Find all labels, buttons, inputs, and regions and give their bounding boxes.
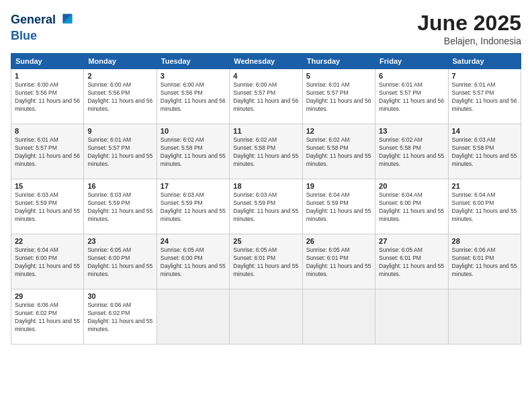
daylight-text: Daylight: 11 hours and 56 minutes. bbox=[452, 97, 517, 113]
day-number: 23 bbox=[87, 237, 152, 245]
sunrise-text: Sunrise: 6:05 AM bbox=[87, 246, 152, 255]
cell-info: Sunrise: 6:01 AM Sunset: 5:57 PM Dayligh… bbox=[87, 136, 152, 169]
day-number: 3 bbox=[161, 72, 226, 80]
logo-text: General bbox=[11, 11, 76, 30]
calendar-cell: 22 Sunrise: 6:04 AM Sunset: 6:00 PM Dayl… bbox=[11, 234, 84, 289]
logo-blue: Blue bbox=[11, 30, 76, 43]
sunset-text: Sunset: 5:58 PM bbox=[233, 144, 298, 152]
daylight-text: Daylight: 11 hours and 55 minutes. bbox=[161, 263, 226, 279]
title-block: June 2025 Belajen, Indonesia bbox=[417, 11, 521, 46]
calendar-cell bbox=[302, 289, 375, 345]
day-number: 2 bbox=[87, 72, 152, 80]
cell-info: Sunrise: 6:05 AM Sunset: 6:01 PM Dayligh… bbox=[233, 246, 298, 279]
cell-info: Sunrise: 6:02 AM Sunset: 5:58 PM Dayligh… bbox=[233, 136, 298, 169]
sunset-text: Sunset: 6:00 PM bbox=[15, 255, 80, 263]
calendar-cell: 12 Sunrise: 6:02 AM Sunset: 5:58 PM Dayl… bbox=[302, 124, 375, 179]
sunrise-text: Sunrise: 6:03 AM bbox=[161, 191, 226, 199]
day-number: 11 bbox=[233, 127, 298, 135]
day-number: 6 bbox=[379, 72, 444, 80]
daylight-text: Daylight: 11 hours and 56 minutes. bbox=[306, 97, 371, 113]
sunset-text: Sunset: 5:56 PM bbox=[87, 89, 152, 97]
calendar-cell: 3 Sunrise: 6:00 AM Sunset: 5:56 PM Dayli… bbox=[157, 69, 229, 124]
cell-info: Sunrise: 6:06 AM Sunset: 6:01 PM Dayligh… bbox=[452, 246, 517, 279]
day-number: 5 bbox=[306, 72, 371, 80]
cell-info: Sunrise: 6:00 AM Sunset: 5:56 PM Dayligh… bbox=[15, 81, 80, 113]
day-number: 9 bbox=[87, 127, 152, 135]
sunset-text: Sunset: 5:59 PM bbox=[233, 199, 298, 208]
sunset-text: Sunset: 5:59 PM bbox=[87, 199, 152, 208]
sunset-text: Sunset: 6:00 PM bbox=[87, 255, 152, 263]
sunset-text: Sunset: 5:59 PM bbox=[306, 199, 371, 208]
cell-info: Sunrise: 6:01 AM Sunset: 5:57 PM Dayligh… bbox=[306, 81, 371, 113]
sunset-text: Sunset: 6:02 PM bbox=[87, 310, 152, 318]
calendar-cell bbox=[448, 289, 521, 345]
calendar-cell: 18 Sunrise: 6:03 AM Sunset: 5:59 PM Dayl… bbox=[230, 179, 302, 234]
sunrise-text: Sunrise: 6:05 AM bbox=[233, 246, 298, 255]
calendar-cell: 15 Sunrise: 6:03 AM Sunset: 5:59 PM Dayl… bbox=[11, 179, 84, 234]
calendar-cell: 21 Sunrise: 6:04 AM Sunset: 6:00 PM Dayl… bbox=[448, 179, 521, 234]
sunrise-text: Sunrise: 6:00 AM bbox=[233, 81, 298, 89]
calendar-cell: 26 Sunrise: 6:05 AM Sunset: 6:01 PM Dayl… bbox=[302, 234, 375, 289]
calendar-cell: 1 Sunrise: 6:00 AM Sunset: 5:56 PM Dayli… bbox=[11, 69, 84, 124]
daylight-text: Daylight: 11 hours and 56 minutes. bbox=[15, 152, 80, 169]
daylight-text: Daylight: 11 hours and 55 minutes. bbox=[379, 263, 444, 279]
day-number: 26 bbox=[306, 237, 371, 245]
cell-info: Sunrise: 6:00 AM Sunset: 5:57 PM Dayligh… bbox=[233, 81, 298, 113]
sunset-text: Sunset: 6:01 PM bbox=[452, 255, 517, 263]
day-number: 4 bbox=[233, 72, 298, 80]
calendar-cell: 20 Sunrise: 6:04 AM Sunset: 6:00 PM Dayl… bbox=[375, 179, 448, 234]
sunset-text: Sunset: 5:57 PM bbox=[379, 89, 444, 97]
sunset-text: Sunset: 5:57 PM bbox=[233, 89, 298, 97]
daylight-text: Daylight: 11 hours and 55 minutes. bbox=[233, 152, 298, 169]
sunrise-text: Sunrise: 6:05 AM bbox=[379, 246, 444, 255]
cell-info: Sunrise: 6:00 AM Sunset: 5:56 PM Dayligh… bbox=[161, 81, 226, 113]
cell-info: Sunrise: 6:04 AM Sunset: 6:00 PM Dayligh… bbox=[379, 191, 444, 224]
calendar-cell bbox=[157, 289, 229, 345]
sunset-text: Sunset: 6:01 PM bbox=[233, 255, 298, 263]
day-number: 13 bbox=[379, 127, 444, 135]
sunrise-text: Sunrise: 6:00 AM bbox=[87, 81, 152, 89]
daylight-text: Daylight: 11 hours and 55 minutes. bbox=[15, 263, 80, 279]
daylight-text: Daylight: 11 hours and 55 minutes. bbox=[87, 263, 152, 279]
sunset-text: Sunset: 6:01 PM bbox=[379, 255, 444, 263]
daylight-text: Daylight: 11 hours and 56 minutes. bbox=[233, 97, 298, 113]
cell-info: Sunrise: 6:03 AM Sunset: 5:59 PM Dayligh… bbox=[87, 191, 152, 224]
month-title: June 2025 bbox=[417, 11, 521, 36]
sunrise-text: Sunrise: 6:03 AM bbox=[15, 191, 80, 199]
daylight-text: Daylight: 11 hours and 55 minutes. bbox=[15, 318, 80, 334]
sunrise-text: Sunrise: 6:05 AM bbox=[161, 246, 226, 255]
calendar-week-3: 15 Sunrise: 6:03 AM Sunset: 5:59 PM Dayl… bbox=[11, 179, 521, 234]
daylight-text: Daylight: 11 hours and 56 minutes. bbox=[379, 97, 444, 113]
cell-info: Sunrise: 6:03 AM Sunset: 5:59 PM Dayligh… bbox=[233, 191, 298, 224]
cell-info: Sunrise: 6:01 AM Sunset: 5:57 PM Dayligh… bbox=[379, 81, 444, 113]
daylight-text: Daylight: 11 hours and 55 minutes. bbox=[87, 208, 152, 224]
sunrise-text: Sunrise: 6:02 AM bbox=[161, 136, 226, 144]
header: General Blue June 2025 Belajen, Indonesi… bbox=[11, 11, 521, 46]
sunset-text: Sunset: 6:02 PM bbox=[15, 310, 80, 318]
sunrise-text: Sunrise: 6:04 AM bbox=[379, 191, 444, 199]
sunrise-text: Sunrise: 6:06 AM bbox=[15, 302, 80, 310]
daylight-text: Daylight: 11 hours and 55 minutes. bbox=[452, 152, 517, 169]
calendar-cell: 29 Sunrise: 6:06 AM Sunset: 6:02 PM Dayl… bbox=[11, 289, 84, 345]
cell-info: Sunrise: 6:03 AM Sunset: 5:59 PM Dayligh… bbox=[161, 191, 226, 224]
cell-info: Sunrise: 6:05 AM Sunset: 6:00 PM Dayligh… bbox=[161, 246, 226, 279]
sunrise-text: Sunrise: 6:01 AM bbox=[15, 136, 80, 144]
calendar-cell: 25 Sunrise: 6:05 AM Sunset: 6:01 PM Dayl… bbox=[230, 234, 302, 289]
sunrise-text: Sunrise: 6:01 AM bbox=[306, 81, 371, 89]
calendar-cell: 17 Sunrise: 6:03 AM Sunset: 5:59 PM Dayl… bbox=[157, 179, 229, 234]
sunrise-text: Sunrise: 6:02 AM bbox=[233, 136, 298, 144]
col-header-friday: Friday bbox=[375, 54, 448, 69]
calendar-cell: 16 Sunrise: 6:03 AM Sunset: 5:59 PM Dayl… bbox=[84, 179, 157, 234]
day-number: 22 bbox=[15, 237, 80, 245]
calendar-cell: 11 Sunrise: 6:02 AM Sunset: 5:58 PM Dayl… bbox=[230, 124, 302, 179]
daylight-text: Daylight: 11 hours and 55 minutes. bbox=[15, 208, 80, 224]
sunset-text: Sunset: 5:58 PM bbox=[452, 144, 517, 152]
calendar-cell: 5 Sunrise: 6:01 AM Sunset: 5:57 PM Dayli… bbox=[302, 69, 375, 124]
daylight-text: Daylight: 11 hours and 55 minutes. bbox=[306, 152, 371, 169]
day-number: 19 bbox=[306, 182, 371, 190]
sunrise-text: Sunrise: 6:01 AM bbox=[452, 81, 517, 89]
sunset-text: Sunset: 6:00 PM bbox=[379, 199, 444, 208]
col-header-thursday: Thursday bbox=[302, 54, 375, 69]
day-number: 20 bbox=[379, 182, 444, 190]
daylight-text: Daylight: 11 hours and 55 minutes. bbox=[233, 263, 298, 279]
